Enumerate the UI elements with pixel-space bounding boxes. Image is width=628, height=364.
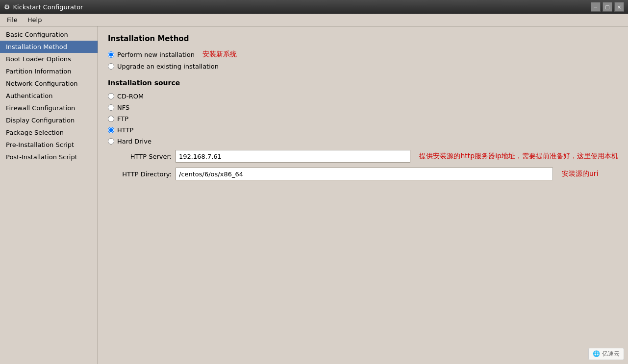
sidebar-item-pre-installation-script[interactable]: Pre-Installation Script [0,139,98,151]
http-server-input[interactable] [176,150,410,163]
titlebar-left: ⚙ Kickstart Configurator [4,3,112,11]
http-directory-input[interactable] [176,168,553,180]
perform-new-installation-label[interactable]: Perform new installation [117,51,195,58]
http-row: HTTP [108,126,618,134]
harddrive-label[interactable]: Hard Drive [117,138,151,145]
menubar: File Help [0,14,628,26]
http-server-label: HTTP Server: [108,153,172,160]
titlebar: ⚙ Kickstart Configurator − □ × [0,0,628,14]
http-label[interactable]: HTTP [117,126,133,134]
nfs-radio[interactable] [108,104,114,111]
sidebar-item-post-installation-script[interactable]: Post-Installation Script [0,151,98,163]
harddrive-row: Hard Drive [108,138,618,145]
cdrom-row: CD-ROM [108,93,618,100]
harddrive-radio[interactable] [108,138,114,145]
http-radio[interactable] [108,127,114,133]
install-type-annotation: 安装新系统 [202,50,237,59]
app-icon: ⚙ [4,3,10,11]
http-server-row: HTTP Server: 提供安装源的http服务器ip地址，需要提前准备好，这… [108,150,618,163]
watermark-text: 亿速云 [602,350,620,357]
http-directory-label: HTTP Directory: [108,170,172,178]
upgrade-existing-radio[interactable] [108,63,114,70]
watermark: 🌐 亿速云 [588,348,624,360]
http-directory-row: HTTP Directory: 安装源的uri [108,168,618,180]
source-type-group: CD-ROM NFS FTP HTTP Hard Drive [108,93,618,145]
sidebar-item-partition-information[interactable]: Partition Information [0,65,98,77]
ftp-row: FTP [108,115,618,122]
upgrade-existing-label[interactable]: Upgrade an existing installation [117,63,219,70]
maximize-button[interactable]: □ [603,2,612,12]
watermark-icon: 🌐 [593,350,600,357]
perform-new-installation-radio[interactable] [108,51,114,58]
sidebar-item-firewall-configuration[interactable]: Firewall Configuration [0,102,98,114]
installation-source-title: Installation source [108,79,618,87]
sidebar-item-display-configuration[interactable]: Display Configuration [0,114,98,126]
nfs-label[interactable]: NFS [117,104,129,111]
upgrade-existing-row: Upgrade an existing installation [108,63,618,70]
main-window: Basic Configuration Installation Method … [0,26,628,364]
sidebar-item-installation-method[interactable]: Installation Method [0,41,98,53]
cdrom-label[interactable]: CD-ROM [117,93,144,100]
cdrom-radio[interactable] [108,93,114,99]
install-type-group: Perform new installation 安装新系统 Upgrade a… [108,50,618,70]
minimize-button[interactable]: − [591,2,601,12]
sidebar: Basic Configuration Installation Method … [0,26,98,364]
perform-new-installation-row: Perform new installation 安装新系统 [108,50,618,59]
http-directory-annotation: 安装源的uri [562,170,599,178]
sidebar-item-authentication[interactable]: Authentication [0,90,98,102]
sidebar-item-basic-configuration[interactable]: Basic Configuration [0,28,98,41]
titlebar-controls: − □ × [591,2,624,12]
http-server-annotation: 提供安装源的http服务器ip地址，需要提前准备好，这里使用本机 [419,152,618,161]
sidebar-item-package-selection[interactable]: Package Selection [0,126,98,139]
ftp-radio[interactable] [108,116,114,122]
nfs-row: NFS [108,104,618,111]
window-title: Kickstart Configurator [13,3,83,11]
ftp-label[interactable]: FTP [117,115,128,122]
menu-file[interactable]: File [2,14,23,25]
close-button[interactable]: × [614,2,624,12]
menu-help[interactable]: Help [23,14,47,25]
sidebar-item-network-configuration[interactable]: Network Configuration [0,77,98,90]
content-area: Installation Method Perform new installa… [98,26,628,364]
installation-method-title: Installation Method [108,34,618,43]
sidebar-item-boot-loader-options[interactable]: Boot Loader Options [0,53,98,65]
